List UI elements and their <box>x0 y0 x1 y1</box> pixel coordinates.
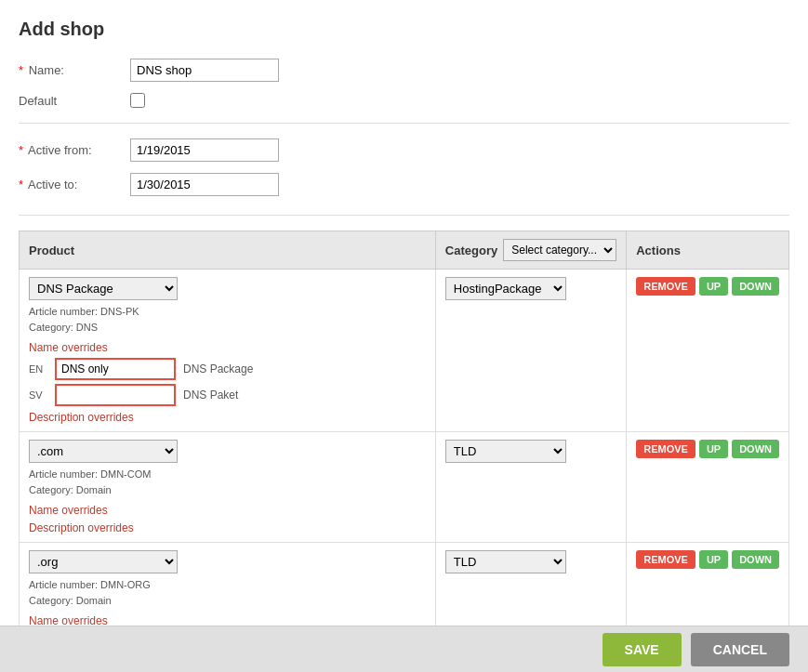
required-star-3: * <box>19 178 23 191</box>
active-to-label: * Active to: <box>19 178 130 191</box>
article-number-label-1: Article number: DNS-PK <box>29 306 139 317</box>
name-row: * Name: <box>19 59 789 82</box>
col-product-header: Product <box>20 231 436 270</box>
article-info-1: Article number: DNS-PK Category: DNS <box>29 304 426 335</box>
override-input-en-1[interactable] <box>55 358 176 380</box>
active-from-label: * Active from: <box>19 143 130 157</box>
category-cell-1: HostingPackage <box>435 270 626 432</box>
description-overrides-link-1[interactable]: Description overrides <box>29 411 134 424</box>
page-title: Add shop <box>19 19 789 40</box>
table-header-row: Product Category Select category... Acti… <box>20 231 789 270</box>
article-info-3: Article number: DMN-ORG Category: Domain <box>29 577 426 608</box>
required-star-2: * <box>19 143 23 157</box>
required-star: * <box>19 63 23 77</box>
action-buttons-3: REMOVE UP DOWN <box>636 550 779 569</box>
col-category-label: Category <box>445 244 497 257</box>
down-button-1[interactable]: DOWN <box>732 277 779 296</box>
override-row-en-1: EN DNS Package <box>29 358 426 380</box>
col-actions-header: Actions <box>627 231 789 270</box>
category-cell-2: TLD <box>435 432 626 543</box>
up-button-1[interactable]: UP <box>699 277 728 296</box>
down-button-3[interactable]: DOWN <box>732 550 779 569</box>
name-override-inputs-1: EN DNS Package SV DNS Paket <box>29 358 426 406</box>
article-number-label-3: Article number: DMN-ORG <box>29 579 151 590</box>
product-table: Product Category Select category... Acti… <box>19 231 789 672</box>
footer-bar: SAVE CANCEL <box>0 626 808 672</box>
divider-2 <box>19 215 789 216</box>
remove-button-3[interactable]: REMOVE <box>636 550 695 569</box>
category-select-1[interactable]: HostingPackage <box>445 277 566 300</box>
name-overrides-link-2[interactable]: Name overrides <box>29 504 108 517</box>
product-select-3[interactable]: .org <box>29 550 178 573</box>
product-cell-1: DNS Package Article number: DNS-PK Categ… <box>20 270 436 432</box>
name-label-text: Name: <box>29 63 64 77</box>
active-from-input[interactable] <box>130 138 279 162</box>
name-overrides-section-1: Name overrides EN DNS Package SV DNS Pak… <box>29 340 426 406</box>
cancel-button[interactable]: CANCEL <box>691 633 789 666</box>
table-row: DNS Package Article number: DNS-PK Categ… <box>20 270 789 432</box>
active-from-label-text: Active from: <box>28 143 92 157</box>
override-default-sv-1: DNS Paket <box>183 389 238 402</box>
actions-cell-2: REMOVE UP DOWN <box>627 432 789 543</box>
up-button-2[interactable]: UP <box>699 440 728 458</box>
product-select-2[interactable]: .com <box>29 440 178 463</box>
category-label-1: Category: DNS <box>29 322 98 333</box>
default-row: Default <box>19 93 789 108</box>
active-from-row: * Active from: <box>19 138 789 162</box>
lang-en-1: EN <box>29 363 47 375</box>
name-input[interactable] <box>130 59 279 82</box>
down-button-2[interactable]: DOWN <box>732 440 779 458</box>
product-cell-2: .com Article number: DMN-COM Category: D… <box>20 432 436 543</box>
override-default-en-1: DNS Package <box>183 362 253 376</box>
lang-sv-1: SV <box>29 389 47 401</box>
actions-cell-1: REMOVE UP DOWN <box>627 270 789 432</box>
action-buttons-2: REMOVE UP DOWN <box>636 440 779 458</box>
override-input-sv-1[interactable] <box>55 384 176 406</box>
table-row: .com Article number: DMN-COM Category: D… <box>20 432 789 543</box>
select-category-dropdown[interactable]: Select category... <box>503 239 616 261</box>
category-select-2[interactable]: TLD <box>445 440 566 463</box>
active-to-input[interactable] <box>130 173 279 196</box>
action-buttons-1: REMOVE UP DOWN <box>636 277 779 296</box>
article-number-label-2: Article number: DMN-COM <box>29 468 151 480</box>
remove-button-2[interactable]: REMOVE <box>636 440 695 458</box>
name-overrides-link-1[interactable]: Name overrides <box>29 341 108 354</box>
remove-button-1[interactable]: REMOVE <box>636 277 695 296</box>
save-button[interactable]: SAVE <box>603 633 682 666</box>
description-overrides-link-2[interactable]: Description overrides <box>29 521 134 534</box>
name-label: * Name: <box>19 63 130 77</box>
name-overrides-section-2: Name overrides <box>29 503 426 517</box>
active-to-label-text: Active to: <box>28 178 77 191</box>
category-label-3: Category: Domain <box>29 595 112 606</box>
category-select-3[interactable]: TLD <box>445 550 566 573</box>
active-to-row: * Active to: <box>19 173 789 196</box>
article-info-2: Article number: DMN-COM Category: Domain <box>29 467 426 497</box>
col-category-header: Category Select category... <box>435 231 626 270</box>
form-section: * Name: Default * Active from: * Active … <box>19 59 789 196</box>
override-row-sv-1: SV DNS Paket <box>29 384 426 406</box>
default-label: Default <box>19 94 130 108</box>
divider-1 <box>19 123 789 124</box>
category-label-2: Category: Domain <box>29 484 112 495</box>
product-select-1[interactable]: DNS Package <box>29 277 178 300</box>
default-checkbox[interactable] <box>130 93 145 108</box>
up-button-3[interactable]: UP <box>699 550 728 569</box>
